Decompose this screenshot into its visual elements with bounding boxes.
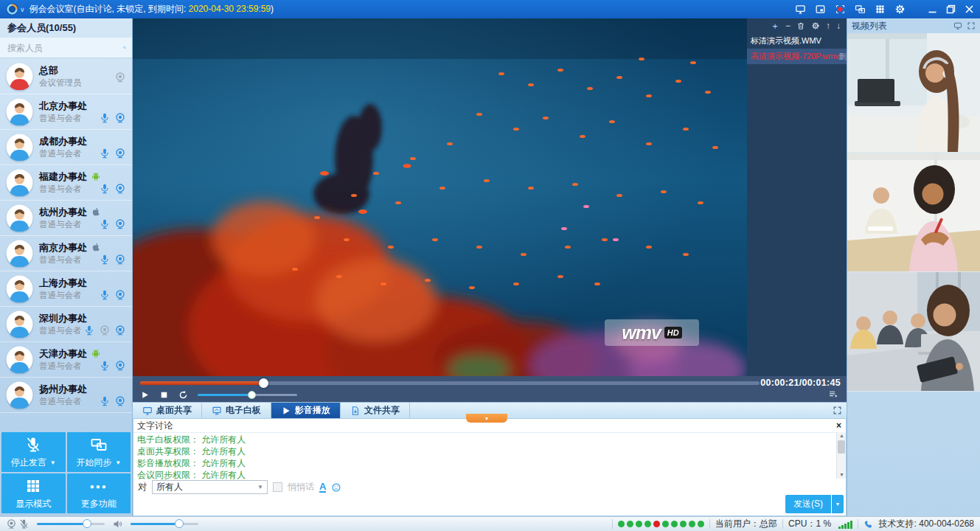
video-feed[interactable]	[847, 33, 980, 153]
camera-icon[interactable]	[114, 289, 126, 301]
participant-row[interactable]: 深圳办事处 普通与会者	[0, 307, 132, 342]
recipient-select[interactable]: 所有人▼	[152, 480, 268, 494]
participant-row[interactable]: 杭州办事处 普通与会者	[0, 201, 132, 236]
participant-row[interactable]: 北京办事处 普通与会者	[0, 94, 132, 130]
camera-icon[interactable]	[114, 254, 126, 266]
volume-slider[interactable]	[198, 394, 297, 396]
mic-off-icon[interactable]	[18, 518, 29, 530]
more-functions-button[interactable]: ●●● 更多功能	[67, 473, 131, 513]
participant-role: 普通与会者	[39, 183, 99, 195]
mic-icon[interactable]	[99, 395, 111, 407]
trash-icon[interactable]	[796, 21, 805, 30]
play-button[interactable]	[140, 390, 150, 400]
playlist-item[interactable]: 标清演示视频.WMV	[747, 33, 847, 49]
scroll-thumb[interactable]	[838, 440, 845, 454]
playlist-item-selected[interactable]: 高清演示视频-720P.wmv删除	[747, 49, 847, 64]
participant-row[interactable]: 成都办事处 普通与会者	[0, 130, 132, 165]
chat-input-area[interactable]: 发送(S) ▼	[133, 495, 846, 516]
camera-icon[interactable]	[114, 360, 126, 372]
tab-file-share[interactable]: 文件共享	[341, 403, 410, 418]
scroll-up-icon[interactable]: ▲	[837, 432, 847, 440]
minimize-button[interactable]	[928, 4, 937, 14]
app-menu-caret[interactable]: ∨	[20, 6, 25, 13]
window-layout-icon[interactable]	[815, 4, 826, 15]
seek-handle[interactable]	[259, 378, 268, 388]
screen-cast-icon[interactable]	[855, 4, 866, 15]
send-button[interactable]: 发送(S) ▼	[785, 495, 844, 513]
scroll-down-icon[interactable]: ▼	[837, 471, 847, 479]
meeting-expiry-time: 2020-04-30 23:59:59	[189, 4, 271, 14]
desktop-icon[interactable]	[795, 4, 806, 15]
camera-icon[interactable]	[6, 518, 17, 530]
chat-collapse-handle[interactable]: ▼	[466, 414, 507, 423]
smiley-icon[interactable]	[331, 482, 341, 493]
camera-icon[interactable]	[114, 183, 126, 195]
search-input[interactable]	[6, 40, 123, 56]
chat-close-icon[interactable]: ×	[836, 419, 841, 432]
participant-row[interactable]: 扬州办事处 普通与会者	[0, 378, 132, 413]
start-sync-button[interactable]: 开始同步▼	[67, 432, 131, 472]
camera-icon[interactable]	[114, 112, 126, 124]
stop-speaking-button[interactable]: 停止发言▼	[1, 432, 66, 472]
expand-icon[interactable]	[833, 406, 842, 415]
grid-icon[interactable]	[875, 4, 886, 15]
camera-volume-slider[interactable]	[37, 523, 105, 525]
camera-disabled-icon[interactable]	[99, 324, 111, 336]
close-button[interactable]	[965, 4, 974, 14]
speaker-icon[interactable]	[112, 518, 123, 530]
playlist-remove-icon[interactable]: −	[785, 18, 790, 33]
camera-icon[interactable]	[114, 148, 126, 159]
video-feed[interactable]	[847, 272, 980, 392]
speaker-volume-slider[interactable]	[131, 523, 198, 525]
participant-row[interactable]: 福建办事处 普通与会者	[0, 165, 132, 201]
mic-icon[interactable]	[99, 289, 111, 301]
mic-icon[interactable]	[99, 360, 111, 372]
video-feed[interactable]	[847, 153, 980, 272]
chat-scrollbar[interactable]: ▲ ▼	[836, 432, 846, 479]
expand-icon[interactable]	[967, 21, 976, 30]
participant-row[interactable]: 总部 会议管理员	[0, 59, 132, 94]
search-icon[interactable]	[123, 42, 126, 53]
maximize-button[interactable]	[946, 4, 956, 14]
replay-button[interactable]	[178, 390, 188, 400]
playlist-add-icon[interactable]: ＋	[771, 18, 779, 33]
whisper-checkbox[interactable]	[273, 482, 282, 492]
move-up-icon[interactable]: ↑	[826, 18, 830, 33]
tab-media-playback[interactable]: 影音播放	[271, 403, 341, 418]
camera-icon[interactable]	[114, 395, 126, 407]
mic-icon[interactable]	[99, 254, 111, 266]
tab-desktop-share[interactable]: 桌面共享	[133, 403, 202, 418]
slider-handle[interactable]	[83, 519, 91, 528]
tab-whiteboard[interactable]: 电子白板	[202, 403, 271, 418]
volume-handle[interactable]	[248, 391, 256, 399]
mic-icon[interactable]	[99, 183, 111, 195]
mic-icon[interactable]	[99, 112, 111, 124]
mic-icon[interactable]	[83, 324, 95, 336]
main-video[interactable]: wmv HD	[133, 18, 747, 376]
stop-button[interactable]	[159, 390, 169, 400]
participant-row[interactable]: 南京办事处 普通与会者	[0, 236, 132, 271]
camera-icon[interactable]	[114, 324, 126, 336]
camera-icon[interactable]	[114, 218, 126, 230]
move-down-icon[interactable]: ↓	[836, 18, 841, 33]
settings-gear-icon[interactable]	[811, 21, 820, 30]
settings-gear-icon[interactable]	[894, 4, 906, 15]
media-transport: 00:00:21/00:01:45	[133, 376, 847, 402]
camera-icon[interactable]	[114, 72, 126, 83]
seek-bar[interactable]	[140, 381, 760, 385]
delete-link[interactable]: 删除	[839, 49, 847, 64]
dropdown-caret[interactable]: ▼	[50, 459, 56, 466]
participant-row[interactable]: 天津办事处 普通与会者	[0, 342, 132, 378]
display-mode-button[interactable]: 显示模式	[1, 473, 66, 513]
mic-icon[interactable]	[99, 148, 111, 159]
font-button[interactable]: A	[319, 482, 326, 493]
monitor-icon[interactable]	[953, 21, 962, 30]
playlist-icon[interactable]	[827, 389, 839, 399]
participant-row[interactable]: 上海办事处 普通与会者	[0, 271, 132, 307]
dropdown-caret[interactable]: ▼	[115, 459, 121, 466]
record-icon[interactable]	[835, 4, 846, 15]
send-options-caret[interactable]: ▼	[832, 495, 844, 513]
mic-icon[interactable]	[99, 218, 111, 230]
slider-handle[interactable]	[175, 519, 184, 528]
android-icon	[91, 171, 101, 181]
